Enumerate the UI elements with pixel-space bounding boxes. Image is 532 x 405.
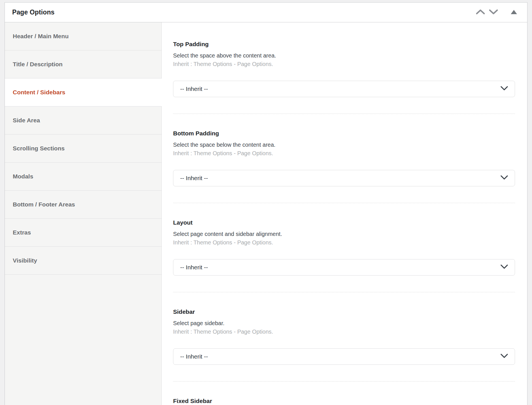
- field-fixed-sidebar: Fixed Sidebar: [173, 381, 515, 405]
- field-inherit-note: Inherit : Theme Options - Page Options.: [173, 60, 515, 68]
- chevron-down-icon: [489, 9, 498, 16]
- tab-content-sidebars[interactable]: Content / Sidebars: [5, 78, 162, 106]
- field-description: Select page content and sidebar alignmen…: [173, 230, 515, 238]
- chevron-down-icon: [501, 354, 508, 359]
- chevron-down-icon: [501, 265, 508, 270]
- field-inherit-note: Inherit : Theme Options - Page Options.: [173, 238, 515, 247]
- tab-extras[interactable]: Extras: [5, 219, 161, 247]
- toggle-panel-button[interactable]: [507, 6, 520, 19]
- options-tab-nav: Header / Main Menu Title / Description C…: [5, 22, 162, 405]
- field-layout: Layout Select page content and sidebar a…: [173, 203, 515, 292]
- tab-modals[interactable]: Modals: [5, 163, 161, 191]
- tab-label: Content / Sidebars: [13, 89, 65, 96]
- field-description: Select the space below the content area.: [173, 140, 515, 149]
- field-description: Select page sidebar.: [173, 319, 515, 327]
- select-value: -- Inherit --: [180, 264, 208, 271]
- tab-title-description[interactable]: Title / Description: [5, 50, 161, 78]
- move-down-button[interactable]: [487, 6, 500, 19]
- select-value: -- Inherit --: [180, 175, 208, 182]
- chevron-down-icon: [501, 86, 508, 92]
- field-inherit-note: Inherit : Theme Options - Page Options.: [173, 149, 515, 157]
- panel-title: Page Options: [12, 8, 54, 16]
- tab-panel-content-sidebars: Top Padding Select the space above the c…: [162, 22, 527, 405]
- tab-label: Extras: [13, 229, 31, 236]
- tab-scrolling-sections[interactable]: Scrolling Sections: [5, 135, 161, 163]
- field-description: Select the space above the content area.: [173, 51, 515, 60]
- tab-visibility[interactable]: Visibility: [5, 247, 161, 275]
- toggle-triangle-icon: [511, 10, 517, 15]
- move-up-button[interactable]: [474, 6, 487, 19]
- tab-bottom-footer-areas[interactable]: Bottom / Footer Areas: [5, 191, 161, 219]
- tab-header-main-menu[interactable]: Header / Main Menu: [5, 22, 161, 50]
- field-label: Bottom Padding: [173, 130, 515, 137]
- field-label: Layout: [173, 219, 515, 226]
- select-value: -- Inherit --: [180, 86, 208, 92]
- tab-label: Side Area: [13, 117, 40, 124]
- sidebar-select[interactable]: -- Inherit --: [173, 348, 515, 365]
- tab-side-area[interactable]: Side Area: [5, 106, 161, 135]
- tab-label: Visibility: [13, 257, 37, 264]
- panel-header: Page Options: [5, 3, 527, 22]
- bottom-padding-select[interactable]: -- Inherit --: [173, 170, 515, 186]
- field-bottom-padding: Bottom Padding Select the space below th…: [173, 114, 515, 203]
- field-label: Fixed Sidebar: [173, 397, 515, 405]
- chevron-up-icon: [476, 9, 485, 16]
- field-top-padding: Top Padding Select the space above the c…: [173, 25, 515, 114]
- field-sidebar: Sidebar Select page sidebar. Inherit : T…: [173, 292, 515, 381]
- field-inherit-note: Inherit : Theme Options - Page Options.: [173, 327, 515, 336]
- field-label: Top Padding: [173, 40, 515, 48]
- tab-label: Bottom / Footer Areas: [13, 201, 75, 208]
- tab-label: Scrolling Sections: [13, 145, 65, 152]
- top-padding-select[interactable]: -- Inherit --: [173, 81, 515, 97]
- layout-select[interactable]: -- Inherit --: [173, 259, 515, 276]
- panel-handle-actions: [474, 6, 520, 19]
- panel-body: Header / Main Menu Title / Description C…: [5, 22, 527, 405]
- field-label: Sidebar: [173, 308, 515, 316]
- tab-label: Modals: [13, 173, 33, 180]
- tab-label: Title / Description: [13, 61, 63, 68]
- page-options-panel: Page Options Header / Main Menu: [5, 2, 527, 405]
- chevron-down-icon: [501, 175, 508, 181]
- select-value: -- Inherit --: [180, 353, 208, 360]
- tab-label: Header / Main Menu: [13, 33, 69, 40]
